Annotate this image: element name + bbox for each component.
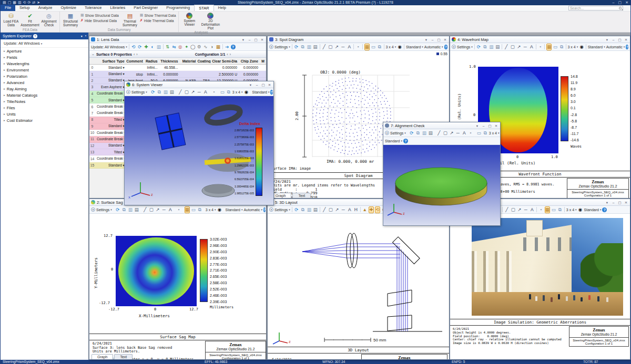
standard-dropdown[interactable]: Standard: [406, 45, 423, 49]
app-close-button[interactable]: ✕: [625, 0, 628, 5]
grid-icon[interactable]: ▦: [185, 206, 190, 213]
thermal-summary-button[interactable]: ▤ Thermal Summary: [120, 12, 139, 27]
cell[interactable]: Standard ▾: [97, 98, 126, 102]
expand-arrow-icon[interactable]: ▸: [4, 112, 5, 116]
image-icon[interactable]: ▥: [163, 89, 168, 95]
ribbon-tab-part-designer[interactable]: Part Designer: [129, 5, 162, 11]
goto-icon[interactable]: ➔: [225, 44, 230, 50]
ray-icon[interactable]: ↗: [334, 44, 339, 50]
cell[interactable]: Coordinate Break ▾: [97, 157, 126, 161]
settings-dropdown[interactable]: ▾Settings: [452, 45, 473, 49]
close-button[interactable]: ✕: [267, 82, 272, 88]
ribbon-tab-tolerance[interactable]: Tolerance: [80, 5, 106, 11]
leftright-icon[interactable]: ⇆: [171, 44, 177, 50]
print-icon[interactable]: ▤: [313, 44, 318, 50]
lens-data-titlebar[interactable]: 1: Lens Data ▾–▢✕: [89, 36, 266, 43]
eye-icon[interactable]: ◑: [209, 44, 215, 50]
window-menu-button[interactable]: ▾: [241, 37, 246, 43]
pages-icon[interactable]: ⧉: [226, 89, 231, 95]
grid-icon[interactable]: ▦: [216, 44, 221, 50]
rect-icon[interactable]: ▢: [510, 44, 515, 50]
window-menu-button[interactable]: ▾: [605, 200, 609, 205]
next-surface-button[interactable]: ›: [136, 53, 137, 56]
next-config-button[interactable]: ›: [230, 53, 231, 56]
ribbon-tab-star[interactable]: STAR: [194, 5, 213, 11]
grid-icon[interactable]: ▦: [546, 44, 552, 50]
settings-dropdown[interactable]: ▾Settings: [126, 90, 147, 94]
refresh-icon[interactable]: ⟳: [409, 130, 414, 136]
cell[interactable]: Even Asphere ▾: [97, 85, 126, 89]
rect-icon[interactable]: ▢: [328, 207, 333, 213]
prev-surface-button[interactable]: ‹: [134, 53, 135, 56]
explorer-item-material-catalogs[interactable]: ▸Material Catalogs: [1, 92, 88, 98]
close-button[interactable]: ✕: [260, 37, 264, 43]
app-maximize-button[interactable]: ▢: [618, 0, 622, 5]
copy-icon[interactable]: ⧉: [121, 207, 127, 213]
system-explorer-header[interactable]: System Explorer ? ▾ ▪: [1, 33, 88, 39]
updown-icon[interactable]: ⇅: [165, 44, 170, 50]
explorer-item-aperture[interactable]: ▸Aperture: [1, 48, 88, 54]
grid34-dropdown[interactable]: 3 x 4: [206, 208, 216, 212]
help-icon[interactable]: ?: [444, 45, 448, 49]
standard-dropdown[interactable]: Standard: [588, 45, 605, 49]
maximize-button[interactable]: ▢: [487, 123, 492, 129]
lens-surface-row[interactable]: 0Standard ▾Infini...46.558...0.0000000.0…: [89, 65, 266, 71]
help-icon[interactable]: ?: [231, 45, 236, 49]
grid-icon[interactable]: ▦: [364, 44, 370, 50]
copy-icon[interactable]: ⧉: [157, 89, 162, 95]
rec-icon[interactable]: ◉: [397, 44, 402, 50]
monitor-icon[interactable]: ▭: [220, 89, 225, 95]
explorer-item-environment[interactable]: ▸Environment: [1, 67, 88, 73]
window-menu-button[interactable]: ▾: [605, 37, 609, 43]
rect-icon[interactable]: ▢: [184, 89, 189, 95]
text-icon[interactable]: A: [168, 207, 173, 213]
flower-icon[interactable]: ✦: [184, 44, 189, 50]
show-thermal-data-button[interactable]: ▦ Show Thermal Data: [140, 13, 176, 17]
text-icon[interactable]: A: [462, 130, 467, 136]
cell[interactable]: Standard ▾: [97, 78, 126, 82]
print-icon[interactable]: ▤: [134, 207, 139, 213]
standard-dropdown[interactable]: Standard: [385, 139, 402, 143]
target-icon[interactable]: ◎: [178, 44, 183, 50]
print-icon[interactable]: ▤: [495, 44, 500, 50]
image-icon[interactable]: ▥: [307, 207, 312, 213]
ribbon-tab-help[interactable]: Help: [214, 5, 230, 11]
structural-summary-button[interactable]: ▦ Structural Summary: [61, 12, 80, 27]
expand-arrow-icon[interactable]: ▸: [4, 62, 5, 65]
system-viewer-button[interactable]: System Viewer: [180, 12, 199, 26]
grid34-dropdown[interactable]: 3 x 4: [489, 131, 500, 135]
text-icon[interactable]: A: [347, 44, 352, 50]
column-header-comment[interactable]: Comment: [126, 59, 145, 63]
lock-icon[interactable]: ▪: [176, 207, 181, 213]
cell[interactable]: Standard ▾: [97, 124, 126, 128]
ring-icon[interactable]: ◯: [190, 44, 196, 50]
explorer-item-units[interactable]: ▸Units: [1, 111, 88, 117]
grid34-dropdown[interactable]: 3 x 4: [567, 45, 578, 49]
image-icon[interactable]: ▥: [156, 44, 161, 50]
maximize-button[interactable]: ▢: [261, 82, 266, 88]
help-icon[interactable]: ?: [626, 45, 628, 49]
line-icon[interactable]: ╱: [504, 44, 509, 50]
standard-dropdown[interactable]: Standard: [252, 90, 270, 94]
lock-icon[interactable]: ▪: [211, 89, 217, 95]
dash-icon[interactable]: ─: [340, 44, 345, 50]
expand-arrow-icon[interactable]: ▸: [4, 93, 5, 97]
pages-icon[interactable]: ⧉: [557, 207, 563, 213]
ray-icon[interactable]: ↗: [449, 130, 454, 136]
column-header-radius[interactable]: Radius: [145, 59, 159, 63]
cell[interactable]: Standard ▾: [97, 163, 126, 168]
help-icon[interactable]: ?: [403, 139, 408, 143]
automatic-dropdown[interactable]: Automatic: [606, 45, 625, 49]
line-icon[interactable]: ╱: [436, 130, 442, 136]
window-menu-button[interactable]: ▾: [248, 82, 253, 88]
maximize-button[interactable]: ▢: [253, 37, 258, 43]
globe-icon[interactable]: ◐: [150, 44, 155, 50]
update-dropdown[interactable]: Update: All Windows: [91, 45, 127, 49]
fly-icon[interactable]: ▲: [362, 207, 368, 213]
refresh-icon[interactable]: ⟳: [294, 207, 299, 213]
cell[interactable]: Tilted ▾: [97, 150, 126, 154]
dash-icon[interactable]: ─: [523, 44, 528, 50]
dash-icon[interactable]: ─: [523, 207, 528, 213]
print-icon[interactable]: ▤: [428, 130, 433, 136]
window-menu-button[interactable]: ▾: [475, 123, 480, 129]
